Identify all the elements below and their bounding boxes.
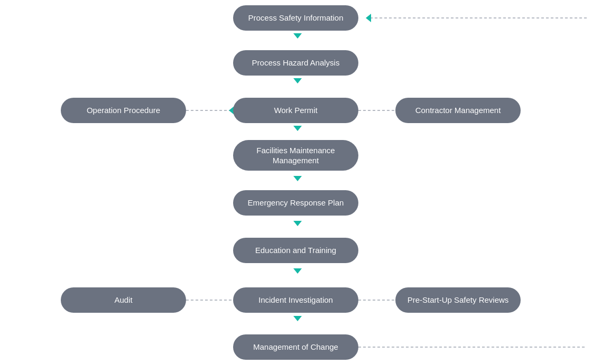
arrow-et-ii	[293, 268, 302, 274]
node-moc[interactable]: Management of Change	[233, 334, 358, 360]
arrow-ii-moc	[293, 316, 302, 321]
node-pha[interactable]: Process Hazard Analysis	[233, 50, 358, 76]
node-op[interactable]: Operation Procedure	[61, 98, 186, 123]
arrow-erp-et	[293, 221, 302, 226]
node-wp[interactable]: Work Permit	[233, 98, 358, 123]
node-erp[interactable]: Emergency Response Plan	[233, 190, 358, 216]
node-fmm[interactable]: Facilities Maintenance Management	[233, 140, 358, 171]
node-et[interactable]: Education and Training	[233, 238, 358, 263]
arrow-wp-fmm	[293, 126, 302, 131]
arrow-left-psi	[366, 14, 371, 22]
node-ii[interactable]: Incident Investigation	[233, 287, 358, 313]
node-psr[interactable]: Pre-Start-Up Safety Reviews	[395, 287, 521, 313]
arrow-pha-wp	[293, 78, 302, 83]
diagram-container: Process Safety Information Process Hazar…	[0, 0, 592, 364]
node-cm[interactable]: Contractor Management	[395, 98, 521, 123]
arrow-fmm-erp	[293, 176, 302, 181]
node-psi[interactable]: Process Safety Information	[233, 5, 358, 31]
arrow-psi-pha	[293, 33, 302, 39]
node-audit[interactable]: Audit	[61, 287, 186, 313]
